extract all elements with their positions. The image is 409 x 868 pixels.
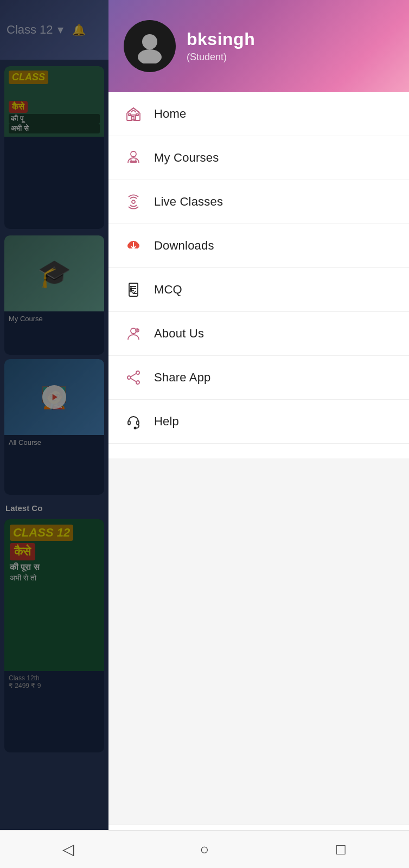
username-label: bksingh xyxy=(187,29,255,49)
home-label: Home xyxy=(154,107,187,121)
back-button[interactable]: ◁ xyxy=(55,836,82,863)
menu-item-share-app[interactable]: Share App xyxy=(108,356,409,400)
svg-point-30 xyxy=(136,371,139,374)
about-us-label: About Us xyxy=(154,327,204,341)
svg-point-31 xyxy=(136,381,139,384)
menu-item-home[interactable]: Home xyxy=(108,92,409,136)
menu-item-about-us[interactable]: About Us xyxy=(108,312,409,356)
menu-item-mcq[interactable]: MCQ xyxy=(108,268,409,312)
svg-point-1 xyxy=(142,34,157,49)
my-courses-icon xyxy=(124,148,143,168)
my-courses-label: My Courses xyxy=(154,151,219,165)
svg-rect-7 xyxy=(136,114,138,116)
avatar xyxy=(124,20,176,72)
home-button[interactable]: ○ xyxy=(191,836,218,863)
menu-item-help[interactable]: Help xyxy=(108,400,409,444)
menu-item-downloads[interactable]: Downloads xyxy=(108,224,409,268)
live-classes-icon xyxy=(124,192,143,212)
mcq-icon xyxy=(124,280,143,299)
bottom-navigation: ◁ ○ □ xyxy=(0,830,409,868)
menu-item-my-courses[interactable]: My Courses xyxy=(108,136,409,180)
share-app-icon xyxy=(124,368,143,387)
svg-rect-35 xyxy=(128,421,130,425)
live-classes-label: Live Classes xyxy=(154,195,223,209)
drawer-header: bksingh (Student) xyxy=(108,0,409,92)
svg-point-29 xyxy=(137,329,137,329)
home-icon xyxy=(124,104,143,124)
svg-line-8 xyxy=(127,108,133,112)
svg-point-32 xyxy=(127,376,131,379)
svg-rect-36 xyxy=(137,421,139,425)
recent-apps-button[interactable]: □ xyxy=(327,836,354,863)
about-us-icon xyxy=(124,324,143,343)
svg-rect-23 xyxy=(130,288,132,290)
mcq-label: MCQ xyxy=(154,283,182,297)
svg-rect-18 xyxy=(129,283,138,296)
menu-item-live-classes[interactable]: Live Classes xyxy=(108,180,409,224)
drawer-spacer xyxy=(108,458,409,825)
svg-point-12 xyxy=(132,200,135,203)
drawer-panel: bksingh (Student) Home xyxy=(108,0,409,868)
svg-point-10 xyxy=(131,151,136,157)
svg-point-37 xyxy=(135,427,136,429)
svg-rect-6 xyxy=(129,114,131,116)
share-app-label: Share App xyxy=(154,371,211,385)
menu-list: Home My Courses xyxy=(108,92,409,458)
help-label: Help xyxy=(154,414,179,429)
user-role-label: (Student) xyxy=(187,52,255,63)
user-info: bksingh (Student) xyxy=(187,29,255,63)
help-icon xyxy=(124,412,143,431)
downloads-label: Downloads xyxy=(154,239,214,253)
svg-line-9 xyxy=(133,108,139,112)
overlay xyxy=(0,0,108,868)
svg-line-33 xyxy=(131,374,136,377)
svg-rect-11 xyxy=(130,161,137,162)
svg-line-34 xyxy=(131,379,136,382)
svg-rect-22 xyxy=(130,286,132,288)
svg-point-2 xyxy=(138,49,162,63)
downloads-icon xyxy=(124,236,143,256)
